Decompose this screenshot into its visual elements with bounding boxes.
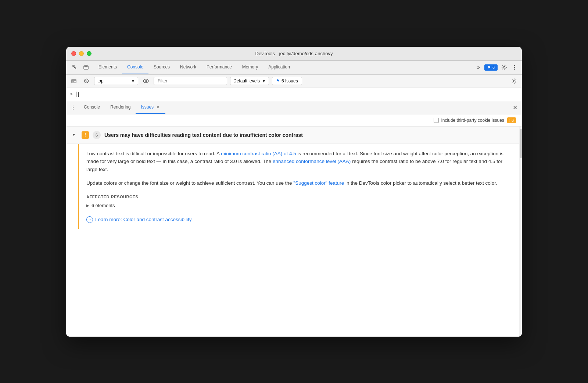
svg-point-5 [514,65,515,66]
sub-tab-rendering[interactable]: Rendering [105,101,136,114]
window-title: DevTools - jec.fyi/demo/cds-anchovy [255,51,333,56]
scrollbar-track[interactable] [519,127,522,337]
tab-performance[interactable]: Performance [201,61,237,74]
aa-contrast-link[interactable]: minimum contrast ratio (AA) of 4.5 [221,151,296,156]
flag-icon: ⚑ [487,65,491,70]
issue-title: Users may have difficulties reading text… [104,132,303,138]
tab-network[interactable]: Network [175,61,201,74]
issue-warning-icon: ! [82,131,89,139]
third-party-cookies-checkbox[interactable] [434,118,439,123]
levels-selector[interactable]: Default levels ▼ [230,77,269,85]
console-input-area: > | [66,88,522,101]
drawer-menu-button[interactable]: ⋮ [68,104,79,110]
tab-elements[interactable]: Elements [93,61,122,74]
tab-console[interactable]: Console [122,61,148,74]
suggest-color-link[interactable]: "Suggest color" feature [293,180,344,186]
devtools-window: DevTools - jec.fyi/demo/cds-anchovy Elem [66,47,522,337]
bottom-panel: ⋮ Console Rendering Issues ✕ ✕ [66,101,522,337]
issues-options-bar: Include third-party cookie issues ! 6 [66,114,522,127]
svg-point-15 [513,80,515,82]
console-toolbar: top ▼ Default levels ▼ ⚑ 6 Issues [66,75,522,88]
issue-description: Low-contrast text is difficult or imposs… [86,150,512,174]
learn-more-link[interactable]: → Learn more: Color and contrast accessi… [86,216,512,223]
affected-resources-label: AFFECTED RESOURCES [86,195,512,199]
toolbar-icons [68,61,93,74]
console-prompt: > [70,92,73,97]
issues-count-button[interactable]: ⚑ 6 Issues [272,77,302,85]
chevron-down-icon: ▼ [262,79,266,83]
warning-icon: ! [509,118,510,123]
circle-arrow-icon: → [86,216,93,223]
svg-point-6 [514,67,515,68]
flag-icon: ⚑ [276,78,280,84]
tab-bar: Elements Console Sources Network Perform… [66,61,522,75]
issues-main: ▼ ! 6 Users may have difficulties readin… [66,127,519,337]
tab-right-actions: ⚑ 6 [482,61,520,74]
issue-body: Low-contrast text is difficult or imposs… [78,144,519,229]
issues-content: ▼ ! 6 Users may have difficulties readin… [66,127,522,337]
svg-point-7 [514,69,515,70]
chevron-down-icon: ▼ [131,79,135,83]
title-bar: DevTools - jec.fyi/demo/cds-anchovy [66,47,522,61]
issue-suggestion: Update colors or change the font size or… [86,179,512,187]
issues-panel: Include third-party cookie issues ! 6 ▼ [66,114,522,337]
issues-badge-button[interactable]: ⚑ 6 [484,64,498,71]
svg-rect-8 [72,79,76,83]
device-icon[interactable] [81,62,91,72]
inspect-icon[interactable] [70,62,80,72]
traffic-lights [71,51,92,56]
svg-rect-1 [84,66,88,69]
block-icon[interactable] [82,76,91,86]
more-options-button[interactable] [511,62,518,72]
settings-button[interactable] [499,62,509,72]
third-party-cookies-checkbox-label[interactable]: Include third-party cookie issues [434,118,504,123]
expand-arrow-icon: ▶ [86,203,89,208]
context-selector[interactable]: top ▼ [94,77,138,85]
console-cursor-input[interactable]: | [76,92,80,97]
console-settings-button[interactable] [509,76,519,86]
sub-tab-console[interactable]: Console [79,101,105,114]
close-button[interactable] [71,51,76,56]
minimize-button[interactable] [79,51,84,56]
scrollbar-thumb[interactable] [520,129,522,158]
tab-overflow-button[interactable]: » [474,61,482,74]
eye-button[interactable] [141,76,151,86]
issue-count-circle: 6 [93,131,101,139]
tab-sources[interactable]: Sources [148,61,175,74]
svg-point-4 [503,67,505,68]
clear-console-button[interactable] [69,76,79,86]
close-issues-tab-button[interactable]: ✕ [155,104,160,110]
filter-input[interactable] [154,77,227,85]
aaa-conformance-link[interactable]: enhanced conformance level (AAA) [273,159,351,164]
svg-point-14 [145,80,147,82]
affected-resources-section: AFFECTED RESOURCES ▶ 6 elements [86,195,512,209]
maximize-button[interactable] [87,51,92,56]
svg-line-12 [85,79,88,82]
warning-count-badge: ! 6 [507,117,516,123]
chevron-down-icon: ▼ [72,133,78,137]
issue-header-row[interactable]: ▼ ! 6 Users may have difficulties readin… [66,127,519,144]
elements-expandable[interactable]: ▶ 6 elements [86,202,512,209]
tab-application[interactable]: Application [263,61,295,74]
svg-point-13 [143,79,148,83]
tab-memory[interactable]: Memory [237,61,263,74]
close-drawer-button[interactable]: ✕ [510,104,520,111]
tabs-list: Elements Console Sources Network Perform… [93,61,474,74]
sub-tab-bar: ⋮ Console Rendering Issues ✕ ✕ [66,101,522,114]
sub-tab-issues[interactable]: Issues ✕ [136,101,165,114]
